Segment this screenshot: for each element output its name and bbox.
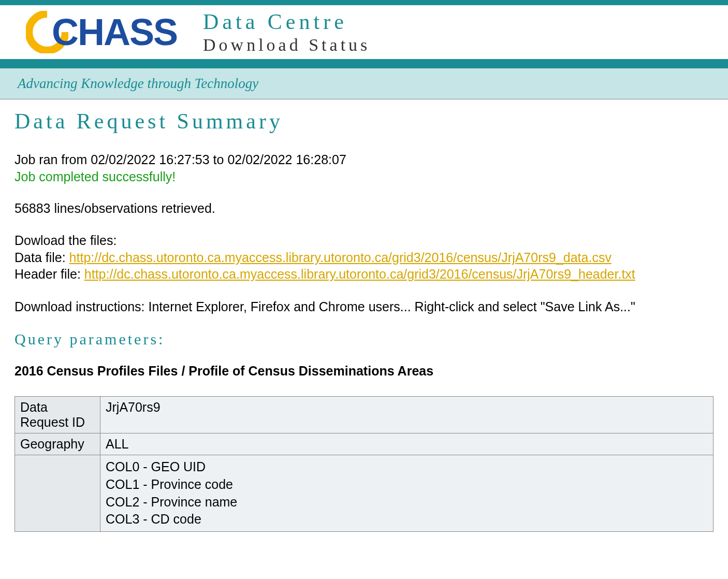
tagline-bar: Advancing Knowledge through Technology xyxy=(0,68,728,99)
geography-key: Geography xyxy=(15,433,100,455)
page-container: CHASS Data Centre Download Status Advanc… xyxy=(0,0,728,579)
request-id-value: JrjA70rs9 xyxy=(100,397,714,433)
job-status-block: Job ran from 02/02/2022 16:27:53 to 02/0… xyxy=(14,151,714,184)
header-file-label: Header file: xyxy=(14,267,84,281)
content-area: Data Request Summary Job ran from 02/02/… xyxy=(0,99,728,541)
logo-text: CHASS xyxy=(52,13,177,51)
column-item: COL2 - Province name xyxy=(106,494,708,511)
column-list: COL0 - GEO UID COL1 - Province code COL2… xyxy=(106,458,708,528)
header: CHASS Data Centre Download Status xyxy=(0,5,728,59)
dataset-title: 2016 Census Profiles Files / Profile of … xyxy=(14,364,714,379)
teal-divider-bar xyxy=(0,59,728,68)
logo: CHASS xyxy=(26,11,177,53)
main-heading: Data Request Summary xyxy=(14,109,714,134)
query-parameters-table: Data Request ID JrjA70rs9 Geography ALL … xyxy=(14,396,714,532)
download-intro: Dowload the files: xyxy=(14,232,714,249)
download-files-block: Dowload the files: Data file: http://dc.… xyxy=(14,232,714,283)
data-file-link[interactable]: http://dc.chass.utoronto.ca.myaccess.lib… xyxy=(69,250,611,265)
tagline-text: Advancing Knowledge through Technology xyxy=(18,76,710,92)
data-file-label: Data file: xyxy=(14,250,69,265)
query-parameters-heading: Query parameters: xyxy=(14,330,714,348)
download-instructions: Download instructions: Internet Explorer… xyxy=(14,298,714,315)
table-row: Geography ALL xyxy=(15,433,714,455)
cols-key xyxy=(15,455,100,532)
geography-value: ALL xyxy=(100,433,714,455)
header-file-row: Header file: http://dc.chass.utoronto.ca… xyxy=(14,266,714,283)
column-item: COL3 - CD code xyxy=(106,511,708,528)
data-file-row: Data file: http://dc.chass.utoronto.ca.m… xyxy=(14,249,714,266)
header-file-link[interactable]: http://dc.chass.utoronto.ca.myaccess.lib… xyxy=(84,267,635,281)
lines-retrieved: 56883 lines/observations retrieved. xyxy=(14,200,714,217)
header-title: Data Centre xyxy=(203,9,370,34)
column-item: COL1 - Province code xyxy=(106,476,708,494)
request-id-key: Data Request ID xyxy=(15,397,100,433)
top-teal-bar xyxy=(0,0,728,5)
column-item: COL0 - GEO UID xyxy=(106,458,708,476)
job-status: Job completed successfully! xyxy=(14,169,714,184)
header-subtitle: Download Status xyxy=(203,35,370,55)
table-row: COL0 - GEO UID COL1 - Province code COL2… xyxy=(15,455,714,532)
table-row: Data Request ID JrjA70rs9 xyxy=(15,397,714,433)
job-run-time: Job ran from 02/02/2022 16:27:53 to 02/0… xyxy=(14,151,714,168)
header-titles: Data Centre Download Status xyxy=(203,9,370,55)
cols-value: COL0 - GEO UID COL1 - Province code COL2… xyxy=(100,455,714,532)
